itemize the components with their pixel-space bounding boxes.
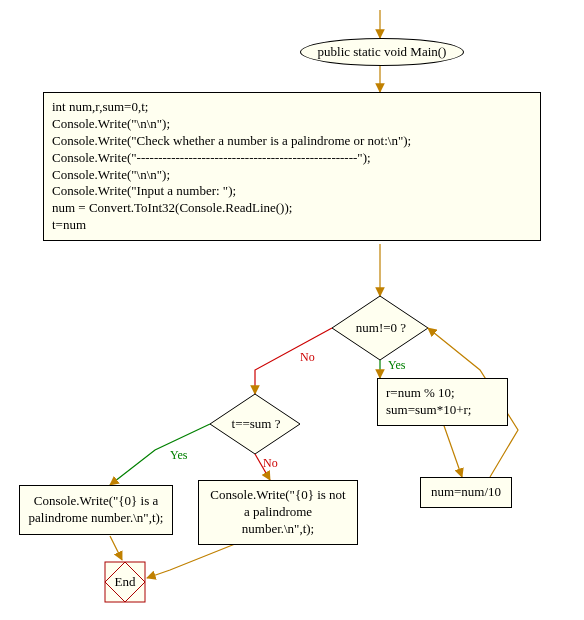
start-label: public static void Main() xyxy=(318,44,447,61)
code-line: Console.Write("Check whether a number is… xyxy=(52,133,532,150)
end-label: End xyxy=(103,560,147,604)
output-palindrome-yes: Console.Write("{0} is a palindrome numbe… xyxy=(19,485,173,535)
svg-marker-6 xyxy=(210,394,300,454)
end-node: End xyxy=(103,560,147,604)
init-code-block: int num,r,sum=0,t; Console.Write("\n\n")… xyxy=(43,92,541,241)
loop-update-numdiv: num=num/10 xyxy=(420,477,512,508)
dec1-no-label: No xyxy=(300,350,315,365)
loop-update-text: num=num/10 xyxy=(431,484,501,499)
loop-body-line1: r=num % 10; xyxy=(386,385,455,400)
loop-body-rsum: r=num % 10; sum=sum*10+r; xyxy=(377,378,508,426)
output-no-text: Console.Write("{0} is not a palindrome n… xyxy=(207,487,349,538)
code-line: Console.Write("Input a number: "); xyxy=(52,183,532,200)
svg-marker-3 xyxy=(332,296,428,360)
output-yes-text: Console.Write("{0} is a palindrome numbe… xyxy=(28,493,164,527)
code-line: num = Convert.ToInt32(Console.ReadLine()… xyxy=(52,200,532,217)
decision-num-nonzero: num!=0 ? xyxy=(353,320,409,336)
code-line: t=num xyxy=(52,217,532,234)
code-line: Console.Write("\n\n"); xyxy=(52,167,532,184)
dec2-yes-label: Yes xyxy=(170,448,187,463)
code-line: Console.Write("\n\n"); xyxy=(52,116,532,133)
output-palindrome-no: Console.Write("{0} is not a palindrome n… xyxy=(198,480,358,545)
svg-line-8 xyxy=(110,536,122,560)
code-line: int num,r,sum=0,t; xyxy=(52,99,532,116)
svg-line-5 xyxy=(442,420,462,477)
decision-t-equals-sum: t==sum ? xyxy=(228,416,284,432)
code-line: Console.Write("-------------------------… xyxy=(52,150,532,167)
start-node: public static void Main() xyxy=(300,38,464,66)
loop-body-line2: sum=sum*10+r; xyxy=(386,402,471,417)
dec1-yes-label: Yes xyxy=(388,358,405,373)
dec2-no-label: No xyxy=(263,456,278,471)
